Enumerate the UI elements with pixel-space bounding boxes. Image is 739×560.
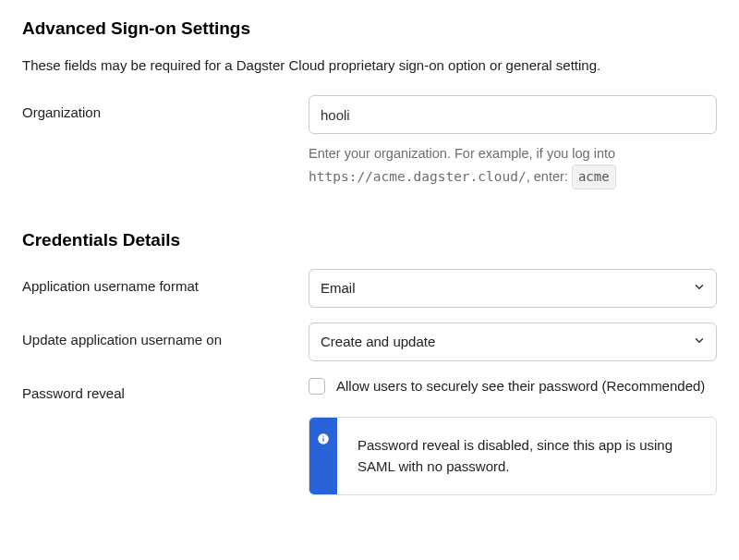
organization-label: Organization xyxy=(22,95,309,120)
update-username-select[interactable]: Create and update xyxy=(309,323,717,361)
info-stripe xyxy=(309,418,337,494)
organization-helper-prefix: Enter your organization. For example, if… xyxy=(309,146,615,161)
credentials-details-heading: Credentials Details xyxy=(22,230,717,250)
password-reveal-checkbox-label: Allow users to securely see their passwo… xyxy=(336,376,705,397)
username-format-label: Application username format xyxy=(22,269,309,294)
advanced-signon-heading: Advanced Sign-on Settings xyxy=(22,18,717,39)
info-icon xyxy=(317,432,330,448)
update-username-value: Create and update xyxy=(321,334,435,349)
organization-helper: Enter your organization. For example, if… xyxy=(309,143,717,189)
password-reveal-info: Password reveal is disabled, since this … xyxy=(309,417,717,495)
svg-rect-1 xyxy=(322,438,323,442)
password-reveal-checkbox[interactable] xyxy=(309,378,325,395)
update-username-label: Update application username on xyxy=(22,323,309,347)
organization-helper-chip: acme xyxy=(572,164,616,189)
organization-helper-mid: , enter: xyxy=(527,169,572,184)
advanced-signon-description: These fields may be required for a Dagst… xyxy=(22,57,717,73)
username-format-value: Email xyxy=(321,280,356,296)
svg-rect-2 xyxy=(322,436,323,437)
password-reveal-label: Password reveal xyxy=(22,376,309,401)
organization-helper-url: https://acme.dagster.cloud/ xyxy=(309,169,527,184)
password-reveal-info-text: Password reveal is disabled, since this … xyxy=(337,418,716,494)
organization-input[interactable] xyxy=(309,95,717,134)
username-format-select[interactable]: Email xyxy=(309,269,717,308)
